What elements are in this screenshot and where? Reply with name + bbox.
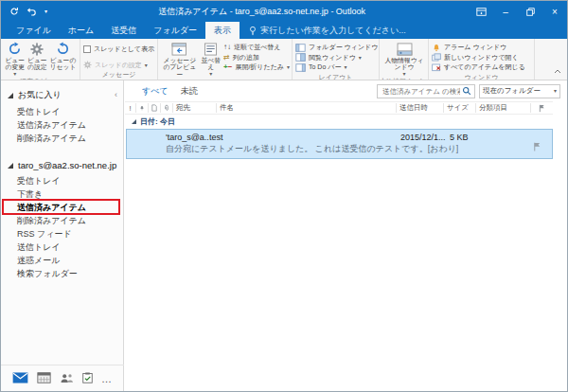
change-view-button[interactable]: ビューの変更 ▾ bbox=[4, 42, 27, 77]
search-box[interactable] bbox=[377, 84, 475, 98]
group-header-today[interactable]: 日付: 今日 bbox=[125, 115, 567, 128]
sidebar-item-outbox[interactable]: 送信トレイ bbox=[1, 241, 123, 254]
customize-qat-caret-icon[interactable]: ▾ bbox=[44, 9, 47, 14]
expand-triangle-icon[interactable] bbox=[8, 163, 13, 169]
chevron-down-icon: ▾ bbox=[209, 71, 212, 77]
ribbon-group-current-view: ビューの変更 ▾ ビューの設定 ビューのリセット 現在のビュー bbox=[1, 39, 80, 80]
people-pane-button[interactable]: 人物情報ウィンドウ ▾ bbox=[383, 42, 425, 77]
tab-folder[interactable]: フォルダー bbox=[145, 22, 205, 39]
minimize-folder-pane-icon[interactable]: ‹ bbox=[115, 91, 117, 99]
sidebar-item-favorites-inbox[interactable]: 受信トレイ bbox=[1, 105, 123, 118]
group-label-people-pane: 人物情報ウィンドウ bbox=[380, 77, 428, 80]
chevron-down-icon: ▾ bbox=[178, 78, 181, 80]
tab-send-receive[interactable]: 送受信 bbox=[102, 22, 145, 39]
close-button[interactable]: × bbox=[542, 1, 567, 22]
tell-me-box[interactable]: 実行したい作業を入力してください... bbox=[249, 22, 406, 39]
column-flag-icon[interactable] bbox=[530, 103, 553, 113]
search-icon[interactable] bbox=[462, 86, 471, 96]
ribbon-group-window: アラーム ウィンドウ 新しいウィンドウで開く すべてのアイテムを閉じる ウィンド… bbox=[429, 39, 535, 80]
group-label-window: ウィンドウ bbox=[429, 73, 534, 80]
column-item-type-icon[interactable] bbox=[148, 103, 160, 113]
filter-unread[interactable]: 未読 bbox=[181, 85, 198, 98]
sidebar-item-favorites-deleted-items[interactable]: 削除済みアイテム bbox=[1, 132, 123, 145]
title-bar: ▾ 送信済みアイテム - taro_s@aa2.so-net.ne.jp - O… bbox=[1, 1, 567, 22]
tell-me-label: 実行したい作業を入力してください... bbox=[260, 25, 406, 37]
folder-pane-label: フォルダー ウィンドウ bbox=[309, 43, 378, 52]
checkbox-icon bbox=[83, 45, 91, 53]
sidebar-item-rss-feeds[interactable]: RSS フィード bbox=[1, 227, 123, 241]
flag-icon[interactable] bbox=[533, 142, 541, 153]
mail-nav-icon[interactable] bbox=[12, 372, 28, 385]
tasks-nav-icon[interactable] bbox=[82, 372, 93, 385]
open-new-window-button[interactable]: 新しいウィンドウで開く bbox=[432, 53, 525, 63]
sidebar-item-deleted-items[interactable]: 削除済みアイテム bbox=[1, 214, 123, 227]
ribbon: ビューの変更 ▾ ビューの設定 ビューのリセット 現在のビュー bbox=[1, 39, 567, 80]
column-attachment-icon[interactable] bbox=[160, 103, 172, 113]
column-subject[interactable]: 件名 bbox=[216, 103, 396, 113]
filter-bar: すべて 未読 現在のフォルダー ▾ bbox=[125, 80, 567, 101]
group-header-label: 日付: 今日 bbox=[140, 116, 175, 127]
sidebar-item-drafts[interactable]: 下書き bbox=[1, 187, 123, 201]
column-header-row: ! 宛先 件名 送信日時 サイズ 分類項目 bbox=[125, 101, 553, 115]
view-settings-button[interactable]: ビューの設定 bbox=[27, 42, 49, 71]
account-header[interactable]: taro_s@aa2.so-net.ne.jp bbox=[1, 145, 123, 174]
filter-all[interactable]: すべて bbox=[142, 85, 169, 98]
message-size: 5 KB bbox=[450, 133, 480, 142]
column-importance[interactable]: ! bbox=[125, 103, 135, 113]
navigation-bar: … bbox=[1, 365, 124, 385]
reset-view-button[interactable]: ビューのリセット bbox=[48, 42, 78, 71]
minimize-button[interactable]: – bbox=[493, 1, 518, 22]
send-receive-icon[interactable] bbox=[9, 7, 19, 16]
column-sent[interactable]: 送信日時 bbox=[396, 103, 443, 113]
tab-file[interactable]: ファイル bbox=[8, 22, 60, 39]
favorites-header[interactable]: お気に入り ‹ bbox=[1, 80, 123, 105]
change-view-label: ビューの変更 bbox=[5, 57, 26, 71]
expand-triangle-icon bbox=[132, 119, 136, 124]
ribbon-display-options-icon[interactable] bbox=[469, 1, 493, 22]
todo-bar-icon bbox=[295, 63, 306, 72]
restore-button[interactable] bbox=[518, 1, 542, 22]
reset-view-label: ビューのリセット bbox=[49, 57, 77, 71]
sidebar-item-junk-mail[interactable]: 迷惑メール bbox=[1, 254, 123, 267]
sent-items-label: 送信済みアイテム bbox=[17, 203, 86, 212]
reading-pane-button[interactable]: 閲覧ウィンドウ ▾ bbox=[295, 53, 380, 63]
close-all-items-button[interactable]: すべてのアイテムを閉じる bbox=[432, 62, 525, 73]
reminders-window-button[interactable]: アラーム ウィンドウ bbox=[432, 43, 525, 53]
chevron-down-icon: ▾ bbox=[287, 64, 290, 70]
collapse-ribbon-chevron-icon[interactable] bbox=[554, 61, 561, 78]
thread-settings-button[interactable]: スレッドの設定 ▾ bbox=[83, 61, 154, 71]
people-nav-icon[interactable] bbox=[60, 373, 74, 385]
group-label-current-view: 現在のビュー bbox=[1, 77, 80, 80]
search-scope-label: 現在のフォルダー bbox=[483, 86, 541, 96]
calendar-nav-icon[interactable] bbox=[37, 372, 51, 385]
tab-home[interactable]: ホーム bbox=[60, 22, 102, 39]
expand-collapse-button[interactable]: +− 展開/折りたたみ ▾ bbox=[223, 62, 290, 73]
todo-bar-button[interactable]: To Do バー ▾ bbox=[295, 62, 380, 73]
expand-triangle-icon[interactable] bbox=[8, 93, 13, 98]
search-input[interactable] bbox=[381, 86, 462, 97]
arrange-by-icon bbox=[204, 42, 218, 56]
open-new-window-label: 新しいウィンドウで開く bbox=[444, 53, 518, 62]
sidebar-item-inbox[interactable]: 受信トレイ bbox=[1, 174, 123, 187]
sidebar-item-search-folders[interactable]: 検索フォルダー bbox=[1, 267, 123, 280]
folder-pane-button[interactable]: フォルダー ウィンドウ ▾ bbox=[295, 43, 380, 53]
alarm-bell-icon bbox=[432, 44, 441, 52]
reverse-sort-button[interactable]: ↑↓ 逆順で並べ替え bbox=[223, 43, 290, 53]
column-to[interactable]: 宛先 bbox=[172, 103, 216, 113]
message-row[interactable]: 'taro_s@a... test 2015/12/1... 5 KB 自分宛に… bbox=[126, 129, 553, 159]
add-columns-button[interactable]: ⇄ 列の追加 bbox=[223, 53, 290, 63]
tab-view[interactable]: 表示 bbox=[205, 22, 240, 39]
search-scope-dropdown[interactable]: 現在のフォルダー ▾ bbox=[479, 84, 560, 98]
show-as-threads-checkbox[interactable]: スレッドとして表示 bbox=[83, 45, 154, 55]
sidebar-item-favorites-sent-items[interactable]: 送信済みアイテム bbox=[1, 118, 123, 132]
folder-pane: お気に入り ‹ 受信トレイ 送信済みアイテム 削除済みアイテム taro_s@a… bbox=[1, 80, 124, 391]
more-nav-icon[interactable]: … bbox=[101, 377, 113, 381]
column-size[interactable]: サイズ bbox=[443, 103, 475, 113]
reverse-sort-label: 逆順で並べ替え bbox=[234, 43, 281, 52]
column-categories[interactable]: 分類項目 bbox=[475, 103, 530, 113]
arrange-by-button[interactable]: 並べ替え ▾ bbox=[199, 42, 223, 77]
undo-icon[interactable] bbox=[27, 8, 37, 16]
sidebar-item-sent-items[interactable]: 送信済みアイテム bbox=[1, 201, 123, 214]
message-preview-button[interactable]: メッセージのプレビュー ▾ bbox=[161, 42, 199, 80]
column-reminder-bell-icon[interactable] bbox=[135, 103, 148, 113]
